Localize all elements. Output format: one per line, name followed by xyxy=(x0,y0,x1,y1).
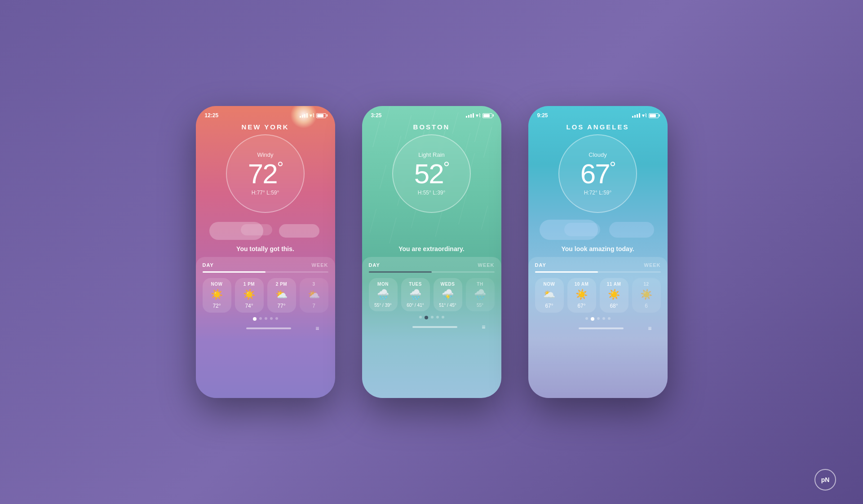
forecast-time-0-ny: NOW xyxy=(211,282,223,287)
forecast-time-tues: TUES xyxy=(409,282,422,287)
forecast-icon-weds: ⛈️ xyxy=(442,289,454,301)
phone-la: 9:25 ▾⌇ LOS ANGELES Cloudy 67° xyxy=(528,106,668,398)
forecast-temp-tues: 60° / 41° xyxy=(407,303,424,308)
phone-new-york: 12:25 ▾⌇ NEW YORK Wi xyxy=(196,106,335,398)
boston-spacer xyxy=(371,215,492,240)
forecast-icon-3-ny: ⛅ xyxy=(308,289,320,301)
forecast-time-12-la: 12 xyxy=(643,282,649,287)
forecast-temp-weds: 51° / 45° xyxy=(439,303,456,308)
time-ny: 12:25 xyxy=(205,112,219,119)
tab-bar-la xyxy=(535,271,661,273)
forecast-time-10am-la: 10 AM xyxy=(575,282,589,287)
home-bar-boston xyxy=(412,326,457,328)
dot-3-la xyxy=(602,317,605,320)
condition-boston: Light Rain xyxy=(418,151,445,158)
tab-bar-active-boston xyxy=(369,271,432,273)
forecast-temp-11am-la: 68° xyxy=(610,303,618,309)
forecast-time-weds: WEDS xyxy=(441,282,455,287)
forecast-icon-0-ny: ☀️ xyxy=(211,289,223,301)
home-bar-ny xyxy=(246,327,291,329)
tab-day-ny[interactable]: DAY xyxy=(203,262,214,268)
cloud-area-la xyxy=(537,215,659,240)
forecast-10am-la: 10 AM ☀️ 67° xyxy=(567,278,596,313)
weather-circle-la: Cloudy 67° H:72° L:59° xyxy=(537,134,659,213)
forecast-row-boston: MON 🌧️ 55° / 39° TUES 🌧️ 60° / 41° WEDS … xyxy=(369,278,495,311)
dot-0-la xyxy=(585,317,588,320)
tabs-la: DAY WEEK xyxy=(535,262,661,268)
dot-3-ny xyxy=(270,317,273,320)
temp-ny: 72° xyxy=(248,160,283,188)
battery-boston xyxy=(482,113,492,118)
bottom-section-ny: DAY WEEK NOW ☀️ 72° 1 PM ☀️ 74° 2 PM xyxy=(196,257,335,398)
bottom-section-la: DAY WEEK NOW 🌥️ 67° 10 AM ☀️ 67° 11 AM xyxy=(528,257,668,398)
forecast-temp-1-ny: 74° xyxy=(245,303,253,309)
tab-week-ny[interactable]: WEEK xyxy=(312,262,328,268)
weather-circle-boston: Light Rain 52° H:55° L:39° xyxy=(371,134,492,213)
forecast-temp-10am-la: 67° xyxy=(577,303,585,309)
status-bar-la: 9:25 ▾⌇ xyxy=(537,112,659,119)
forecast-time-th: TH xyxy=(477,282,483,287)
city-name-boston: BOSTON xyxy=(371,123,492,131)
menu-icon-ny[interactable]: ≡ xyxy=(315,325,319,332)
tab-week-boston[interactable]: WEEK xyxy=(478,262,495,268)
forecast-temp-mon: 55° / 39° xyxy=(374,303,392,308)
menu-icon-boston[interactable]: ≡ xyxy=(482,324,485,330)
city-name-la: LOS ANGELES xyxy=(537,123,659,131)
hilo-boston: H:55° L:39° xyxy=(418,190,446,196)
forecast-icon-th: 🌧️ xyxy=(474,289,486,301)
forecast-11am-la: 11 AM ☀️ 68° xyxy=(600,278,628,313)
wifi-icon-boston: ▾⌇ xyxy=(476,113,481,119)
cloud-3 xyxy=(241,224,272,235)
forecast-time-2-ny: 2 PM xyxy=(276,282,287,287)
forecast-temp-now-la: 67° xyxy=(545,303,553,309)
cloud-2 xyxy=(279,224,319,238)
page-dots-la xyxy=(535,313,661,323)
forecast-12-la: 12 ☀️ 6 xyxy=(632,278,661,313)
tab-day-boston[interactable]: DAY xyxy=(369,262,380,268)
home-bar-la xyxy=(579,327,624,329)
tab-week-la[interactable]: WEEK xyxy=(644,262,661,268)
dot-4-boston xyxy=(442,316,444,318)
forecast-icon-now-la: 🌥️ xyxy=(543,289,555,301)
forecast-time-now-la: NOW xyxy=(544,282,555,287)
time-la: 9:25 xyxy=(537,112,548,119)
wifi-icon-la: ▾⌇ xyxy=(642,113,647,119)
dot-2-ny xyxy=(265,317,267,320)
dot-2-boston xyxy=(431,316,434,318)
time-boston: 3:25 xyxy=(371,112,382,119)
signal-icon-la xyxy=(632,113,640,118)
temp-la: 67° xyxy=(580,160,615,188)
tab-bar-ny xyxy=(203,271,328,273)
dot-1-ny xyxy=(259,317,262,320)
forecast-now-la: NOW 🌥️ 67° xyxy=(535,278,564,313)
forecast-row-la: NOW 🌥️ 67° 10 AM ☀️ 67° 11 AM ☀️ 68° 12 … xyxy=(535,278,661,313)
forecast-temp-12-la: 6 xyxy=(645,303,648,309)
forecast-icon-2-ny: ⛅ xyxy=(275,289,288,301)
forecast-icon-11am-la: ☀️ xyxy=(608,289,620,301)
home-bar-area-ny: ≡ xyxy=(203,323,328,335)
battery-la xyxy=(649,113,659,118)
forecast-temp-th: 55° xyxy=(477,303,483,308)
forecast-time-3-ny: 3 xyxy=(312,282,315,287)
forecast-icon-1-ny: ☀️ xyxy=(243,289,255,301)
weather-circle-ny: Windy 72° H:77° L:59° xyxy=(205,134,326,213)
forecast-time-1-ny: 1 PM xyxy=(243,282,255,287)
dot-1-boston xyxy=(425,316,428,319)
forecast-item-2pm-ny: 2 PM ⛅ 77° xyxy=(267,278,296,313)
tab-day-la[interactable]: DAY xyxy=(535,262,546,268)
forecast-item-now-ny: NOW ☀️ 72° xyxy=(203,278,231,313)
dot-3-boston xyxy=(436,316,439,318)
status-bar-boston: 3:25 ▾⌇ xyxy=(371,112,492,119)
forecast-temp-3-ny: 7 xyxy=(312,303,315,309)
forecast-icon-12-la: ☀️ xyxy=(640,289,652,301)
motivational-boston: You are extraordinary. xyxy=(371,240,492,257)
signal-icon-boston xyxy=(466,113,474,118)
hilo-ny: H:77° L:59° xyxy=(252,190,279,196)
cloud-area-ny xyxy=(205,215,326,240)
menu-icon-la[interactable]: ≡ xyxy=(648,325,651,332)
dot-4-la xyxy=(608,317,611,320)
battery-ny xyxy=(316,113,326,118)
logo-badge: pN xyxy=(814,469,836,491)
forecast-time-mon: MON xyxy=(377,282,389,287)
forecast-icon-10am-la: ☀️ xyxy=(575,289,588,301)
